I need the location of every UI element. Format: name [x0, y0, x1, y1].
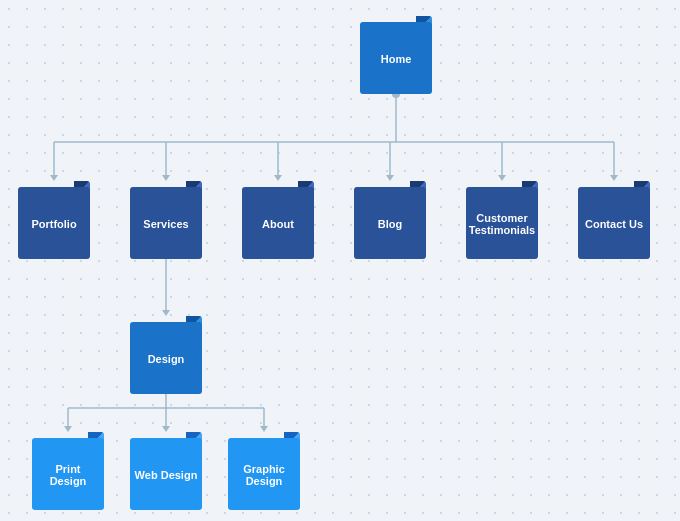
- node-blog[interactable]: Blog: [354, 181, 426, 259]
- node-web[interactable]: Web Design: [130, 432, 202, 510]
- node-contact[interactable]: Contact Us: [578, 181, 650, 259]
- node-design-label: Design: [130, 322, 202, 394]
- node-design[interactable]: Design: [130, 316, 202, 394]
- node-services-label: Services: [130, 187, 202, 259]
- node-about[interactable]: About: [242, 181, 314, 259]
- node-print-label: Print Design: [32, 438, 104, 510]
- node-portfolio[interactable]: Portfolio: [18, 181, 90, 259]
- node-contact-label: Contact Us: [578, 187, 650, 259]
- node-web-label: Web Design: [130, 438, 202, 510]
- node-customer[interactable]: Customer Testimonials: [466, 181, 538, 259]
- node-graphic-label: Graphic Design: [228, 438, 300, 510]
- node-customer-label: Customer Testimonials: [466, 187, 538, 259]
- node-about-label: About: [242, 187, 314, 259]
- node-home[interactable]: Home: [360, 16, 432, 94]
- node-services[interactable]: Services: [130, 181, 202, 259]
- node-blog-label: Blog: [354, 187, 426, 259]
- node-portfolio-label: Portfolio: [18, 187, 90, 259]
- tree-container: Home Portfolio Services About Blog Custo…: [0, 0, 680, 521]
- node-print[interactable]: Print Design: [32, 432, 104, 510]
- node-graphic[interactable]: Graphic Design: [228, 432, 300, 510]
- node-home-label: Home: [360, 22, 432, 94]
